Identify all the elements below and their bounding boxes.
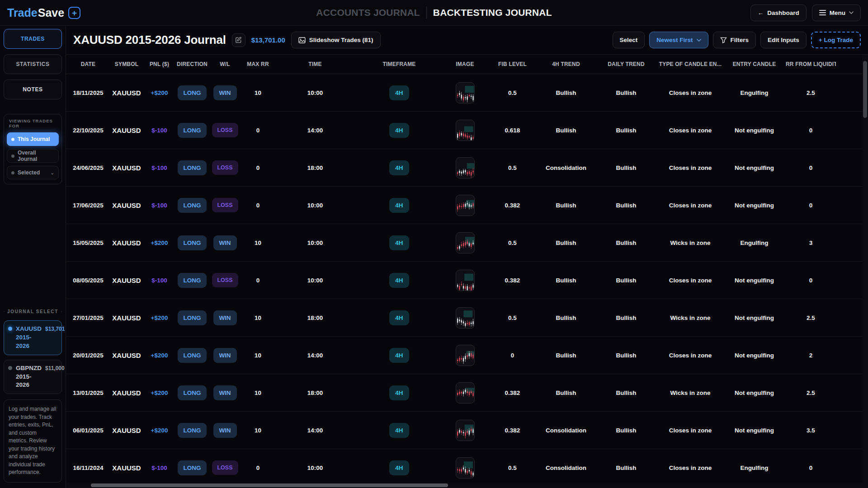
cell-candle-type: Closes in zone	[658, 427, 723, 434]
column-header-4h-trend: 4H TREND	[538, 61, 594, 67]
page-title: XAUUSD 2015-2026 Journal	[73, 33, 226, 47]
cell-candle-type: Closes in zone	[658, 89, 723, 96]
trade-image-thumbnail[interactable]	[456, 420, 475, 441]
timeframe-badge: 4H	[389, 160, 409, 175]
cell-4h-trend: Bullish	[538, 277, 594, 284]
viewing-option-overall-journal[interactable]: Overall Journal	[7, 149, 59, 163]
cell-daily-trend: Bullish	[594, 239, 658, 246]
sidebar-tab-statistics[interactable]: STATISTICS	[4, 54, 62, 74]
column-header-timeframe: TIMEFRAME	[356, 61, 443, 67]
cell-fib-level: 0	[487, 352, 538, 359]
cell-4h-trend: Bullish	[538, 352, 594, 359]
dashboard-button[interactable]: ← Dashboard	[750, 5, 807, 21]
viewing-option-this-journal[interactable]: This Journal	[7, 132, 59, 146]
trade-image-thumbnail[interactable]	[456, 82, 475, 103]
direction-badge: LONG	[178, 235, 207, 250]
trade-image-thumbnail[interactable]	[456, 457, 475, 479]
trade-image-thumbnail[interactable]	[456, 345, 475, 366]
table-row[interactable]: 27/01/2025 XAUUSD +$200 LONG WIN 10 18:0…	[66, 299, 868, 337]
sidebar-description: Log and manage all your trades. Track en…	[4, 399, 62, 483]
journal-name: GBPNZD2015-2026	[16, 364, 42, 390]
radio-dot-icon	[11, 138, 14, 141]
horizontal-scrollbar[interactable]	[66, 483, 862, 488]
trades-table: DATESYMBOLPNL ($)DIRECTIONW/LMAX RRTIMET…	[66, 55, 868, 488]
trade-image-thumbnail[interactable]	[456, 120, 475, 141]
vertical-scrollbar-thumb[interactable]	[863, 61, 867, 118]
table-row[interactable]: 13/01/2025 XAUUSD +$200 LONG WIN 10 18:0…	[66, 374, 868, 412]
journal-card-xauusd[interactable]: XAUUSD2015-2026$13,701	[4, 320, 62, 355]
table-row[interactable]: 15/05/2025 XAUUSD +$200 LONG WIN 10 10:0…	[66, 224, 868, 262]
slideshow-trades-button[interactable]: Slideshow Trades (81)	[291, 32, 381, 48]
cell-date: 22/10/2025	[66, 127, 110, 134]
journal-name: XAUUSD2015-2026	[16, 325, 42, 351]
top-bar: TradeSave + ACCOUNTS JOURNAL BACKTESTING…	[0, 0, 868, 26]
table-row[interactable]: 20/01/2025 XAUUSD +$200 LONG WIN 10 14:0…	[66, 337, 868, 374]
trade-image-thumbnail[interactable]	[456, 232, 475, 253]
vertical-scrollbar[interactable]	[862, 55, 868, 488]
menu-button[interactable]: Menu	[812, 5, 861, 21]
win-loss-badge: WIN	[213, 85, 237, 100]
chevron-down-icon	[849, 11, 854, 14]
column-header-rr-from-liquidity: RR FROM LIQUIDITY	[786, 61, 836, 67]
cell-symbol: XAUUSD	[110, 314, 143, 322]
timeframe-badge: 4H	[389, 235, 409, 250]
table-row[interactable]: 22/10/2025 XAUUSD $-100 LONG LOSS 0 14:0…	[66, 112, 868, 149]
add-journal-icon[interactable]: +	[68, 7, 80, 19]
trade-image-thumbnail[interactable]	[456, 270, 475, 291]
cell-date: 17/06/2025	[66, 202, 110, 209]
cell-max-rr: 10	[241, 427, 274, 434]
cell-rr-from-liquidity: 2.5	[786, 389, 836, 396]
table-row[interactable]: 17/06/2025 XAUUSD $-100 LONG LOSS 0 10:0…	[66, 187, 868, 224]
trade-image-thumbnail[interactable]	[456, 307, 475, 328]
table-row[interactable]: 18/11/2025 XAUUSD +$200 LONG WIN 10 10:0…	[66, 74, 868, 112]
edit-title-button[interactable]	[232, 33, 245, 47]
column-header-entry-candle: ENTRY CANDLE	[723, 61, 786, 67]
cell-entry-candle: Engulfing	[723, 465, 786, 471]
trade-image-thumbnail[interactable]	[456, 157, 475, 178]
sidebar: TRADESSTATISTICSNOTES VIEWING TRADES FOR…	[0, 26, 66, 488]
cell-daily-trend: Bullish	[594, 127, 658, 134]
cell-fib-level: 0.382	[487, 389, 538, 396]
win-loss-badge: LOSS	[212, 160, 238, 175]
cell-entry-candle: Not engulfing	[723, 314, 786, 321]
cell-fib-level: 0.618	[487, 127, 538, 134]
timeframe-badge: 4H	[389, 273, 409, 288]
trade-image-thumbnail[interactable]	[456, 195, 475, 216]
sidebar-tab-notes[interactable]: NOTES	[4, 80, 62, 99]
timeframe-badge: 4H	[389, 198, 409, 213]
cell-date: 15/05/2025	[66, 239, 110, 246]
tab-backtesting-journal[interactable]: BACKTESTING JOURNAL	[433, 7, 552, 18]
cell-symbol: XAUUSD	[110, 352, 143, 359]
cell-entry-candle: Engulfing	[723, 89, 786, 96]
cell-max-rr: 0	[241, 465, 274, 471]
edit-inputs-button[interactable]: Edit Inputs	[760, 32, 807, 48]
table-row[interactable]: 06/01/2025 XAUUSD +$200 LONG WIN 10 14:0…	[66, 412, 868, 449]
cell-fib-level: 0.5	[487, 465, 538, 471]
cell-pnl: +$200	[151, 427, 168, 434]
direction-badge: LONG	[178, 310, 207, 325]
log-trade-button[interactable]: + Log Trade	[811, 32, 861, 48]
cell-time: 10:00	[274, 465, 356, 471]
app-logo: TradeSave +	[7, 6, 80, 19]
cell-entry-candle: Engulfing	[723, 239, 786, 246]
tab-accounts-journal[interactable]: ACCOUNTS JOURNAL	[316, 7, 420, 18]
win-loss-badge: WIN	[213, 385, 237, 400]
cell-daily-trend: Bullish	[594, 352, 658, 359]
column-header-date: DATE	[66, 61, 110, 67]
sidebar-tab-trades[interactable]: TRADES	[4, 29, 62, 49]
journal-card-gbpnzd[interactable]: GBPNZD2015-2026$11,000	[4, 360, 62, 394]
table-row[interactable]: 16/11/2024 XAUUSD $-100 LONG LOSS 0 10:0…	[66, 449, 868, 487]
viewing-option-selected[interactable]: Selected⌄	[7, 166, 59, 179]
horizontal-scrollbar-thumb[interactable]	[91, 483, 448, 487]
cell-entry-candle: Not engulfing	[723, 164, 786, 171]
viewing-option-label: Selected	[18, 169, 40, 176]
select-button[interactable]: Select	[613, 32, 645, 48]
hamburger-icon	[819, 10, 826, 15]
cell-symbol: XAUUSD	[110, 202, 143, 209]
trade-image-thumbnail[interactable]	[456, 382, 475, 404]
win-loss-badge: LOSS	[212, 273, 238, 287]
sort-dropdown[interactable]: Newest First	[649, 32, 708, 48]
table-row[interactable]: 24/06/2025 XAUUSD $-100 LONG LOSS 0 18:0…	[66, 149, 868, 187]
table-row[interactable]: 08/05/2025 XAUUSD $-100 LONG LOSS 0 10:0…	[66, 262, 868, 299]
filters-button[interactable]: Filters	[713, 32, 756, 48]
